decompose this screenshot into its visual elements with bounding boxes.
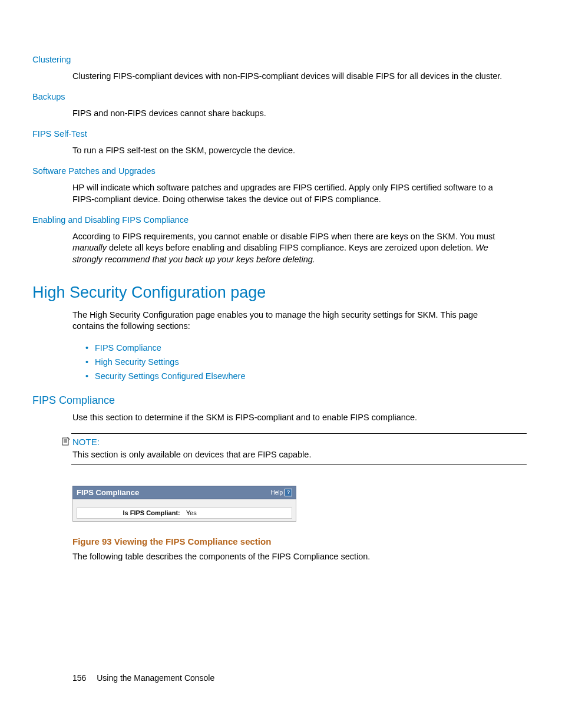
divider bbox=[71, 465, 527, 465]
heading-clustering: Clustering bbox=[32, 54, 527, 66]
figure-followup: The following table describes the compon… bbox=[72, 551, 503, 563]
panel-title: FIPS Compliance bbox=[77, 487, 139, 498]
note-body: This section is only available on device… bbox=[72, 449, 503, 461]
heading-software-patches: Software Patches and Upgrades bbox=[32, 166, 527, 177]
help-link[interactable]: Help ? bbox=[270, 489, 292, 497]
page-number: 156 bbox=[72, 673, 86, 683]
body-backups: FIPS and non-FIPS devices cannot share b… bbox=[72, 108, 503, 120]
row-label: Is FIPS Compliant: bbox=[77, 509, 185, 518]
heading-enable-disable-fips: Enabling and Disabling FIPS Compliance bbox=[32, 215, 527, 226]
divider bbox=[71, 433, 527, 434]
body-fips-self-test: To run a FIPS self-test on the SKM, powe… bbox=[72, 145, 503, 157]
figure-fips-compliance-panel: FIPS Compliance Help ? Is FIPS Compliant… bbox=[72, 486, 296, 522]
body-enable-disable-fips: According to FIPS requirements, you cann… bbox=[72, 231, 503, 266]
heading-backups: Backups bbox=[32, 91, 527, 103]
help-icon: ? bbox=[285, 489, 292, 496]
text: delete all keys before enabling and disa… bbox=[107, 243, 475, 252]
heading-fips-compliance: FIPS Compliance bbox=[32, 393, 527, 407]
panel-body: Is FIPS Compliant: Yes bbox=[72, 499, 296, 522]
hsc-bullet-list: FIPS Compliance High Security Settings S… bbox=[85, 342, 527, 383]
list-item[interactable]: FIPS Compliance bbox=[85, 342, 527, 354]
list-item[interactable]: Security Settings Configured Elsewhere bbox=[85, 370, 527, 383]
page: Clustering Clustering FIPS-compliant dev… bbox=[0, 0, 562, 728]
help-label: Help bbox=[270, 489, 283, 497]
panel-row: Is FIPS Compliant: Yes bbox=[77, 508, 292, 519]
body-fips-compliance: Use this section to determine if the SKM… bbox=[72, 412, 503, 424]
list-item[interactable]: High Security Settings bbox=[85, 356, 527, 368]
figure-caption: Figure 93 Viewing the FIPS Compliance se… bbox=[72, 536, 527, 548]
panel-header: FIPS Compliance Help ? bbox=[72, 486, 296, 500]
body-hsc-intro: The High Security Configuration page ena… bbox=[72, 309, 503, 332]
note-label: NOTE: bbox=[72, 436, 100, 448]
heading-high-security-config: High Security Configuration page bbox=[32, 282, 527, 303]
row-value: Yes bbox=[185, 509, 197, 518]
text-italic: manually bbox=[72, 243, 107, 252]
note-icon bbox=[62, 436, 70, 446]
note-block: NOTE: bbox=[62, 436, 527, 448]
text: According to FIPS requirements, you cann… bbox=[72, 232, 495, 241]
page-footer: 156 Using the Management Console bbox=[72, 673, 214, 684]
body-software-patches: HP will indicate which software patches … bbox=[72, 182, 503, 205]
heading-fips-self-test: FIPS Self-Test bbox=[32, 129, 527, 140]
body-clustering: Clustering FIPS-compliant devices with n… bbox=[72, 71, 503, 83]
svg-rect-0 bbox=[62, 438, 68, 445]
footer-title: Using the Management Console bbox=[97, 673, 214, 683]
